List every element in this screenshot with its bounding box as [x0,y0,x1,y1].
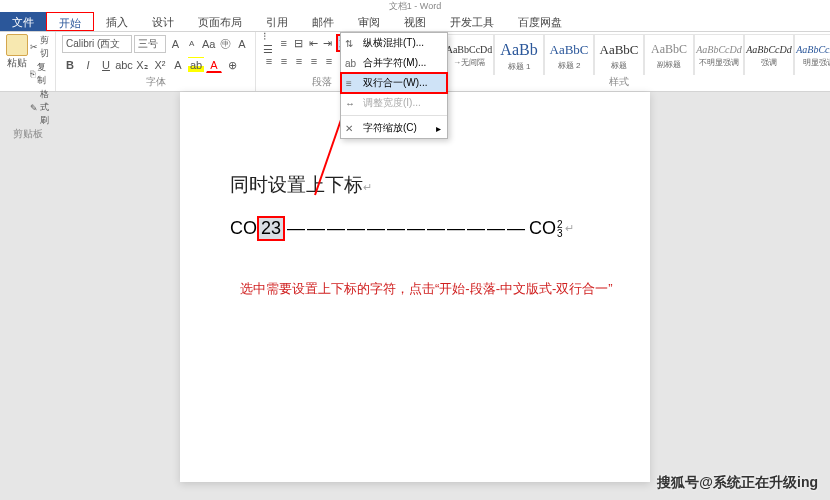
align-center-button[interactable]: ≡ [277,53,291,69]
change-case-button[interactable]: Aa [201,36,216,52]
watermark: 搜狐号@系统正在升级ing [657,474,818,492]
paste-button[interactable]: 粘贴 [6,34,28,127]
text-subscript: 3 [557,229,563,238]
ribbon-tabs: 文件 开始 插入 设计 页面布局 引用 邮件 审阅 视图 开发工具 百度网盘 [0,12,830,32]
font-color-button[interactable]: A [206,57,222,73]
menu-separator [341,115,447,116]
style-item[interactable]: AaBbCcDd明显强调 [794,34,830,75]
paste-label: 粘贴 [7,56,27,70]
style-item[interactable]: AaBb标题 1 [494,34,544,75]
copy-icon: ⎘ [30,69,35,79]
tab-baidu[interactable]: 百度网盘 [506,12,574,31]
app-title: 文档1 - Word [389,0,441,13]
strike-button[interactable]: abc [116,57,132,73]
shrink-font-button[interactable]: A [185,36,199,52]
text-dashes: ———————————— [287,218,527,239]
clear-format-button[interactable]: A [235,36,249,52]
tab-view[interactable]: 视图 [392,12,438,31]
numbering-button[interactable]: ≡ [277,35,291,51]
width-icon: ↔ [345,98,357,109]
menu-hv-combine[interactable]: ⇅纵横混排(T)... [341,33,447,53]
tab-review[interactable]: 审阅 [346,12,392,31]
pilcrow-icon: ↵ [565,222,574,235]
group-font: Calibri (西文 三号 A A Aa ㊥ A B I U abc X₂ X… [56,32,256,91]
clipboard-group-label: 剪贴板 [6,127,49,141]
font-group-label: 字体 [62,75,249,89]
group-styles: AaBbCcDd→正文AaBbCcDd→无间隔AaBb标题 1AaBbC标题 2… [388,32,830,91]
asian-layout-dropdown: ⇅纵横混排(T)... ab合并字符(M)... ≡双行合一(W)... ↔调整… [340,32,448,139]
combine-icon: ab [345,58,357,69]
text-effects-button[interactable]: A [170,57,186,73]
tab-design[interactable]: 设计 [140,12,186,31]
text-co2: CO [529,218,556,239]
align-right-button[interactable]: ≡ [292,53,306,69]
bold-button[interactable]: B [62,57,78,73]
menu-two-lines[interactable]: ≡双行合一(W)... [340,72,448,94]
doc-body-line: CO 23 ———————————— CO 2 3 ↵ [230,216,600,241]
align-distribute-button[interactable]: ≡ [322,53,336,69]
highlight-button[interactable]: ab [188,57,204,73]
italic-button[interactable]: I [80,57,96,73]
tab-insert[interactable]: 插入 [94,12,140,31]
text-co1: CO [230,218,257,239]
scissors-icon: ✂ [30,42,38,52]
style-item[interactable]: AaBbCcDd→无间隔 [444,34,494,75]
phonetic-button[interactable]: ㊥ [218,36,232,52]
tab-layout[interactable]: 页面布局 [186,12,254,31]
hv-icon: ⇅ [345,38,357,49]
tab-mailings[interactable]: 邮件 [300,12,346,31]
paste-icon [6,34,28,56]
align-justify-button[interactable]: ≡ [307,53,321,69]
indent-inc-button[interactable]: ⇥ [321,35,335,51]
tab-home[interactable]: 开始 [46,12,94,31]
tab-file[interactable]: 文件 [0,12,46,31]
brush-icon: ✎ [30,103,38,113]
instruction-text: 选中需要设置上下标的字符，点击“开始-段落-中文版式-双行合一” [240,280,613,298]
enclose-button[interactable]: ⊕ [224,57,240,73]
style-gallery[interactable]: AaBbCcDd→正文AaBbCcDd→无间隔AaBb标题 1AaBbC标题 2… [394,34,830,75]
title-bar: 文档1 - Word [0,0,830,12]
scale-icon: ✕ [345,123,357,134]
two-lines-icon: ≡ [346,78,358,89]
styles-group-label: 样式 [394,75,830,89]
grow-font-button[interactable]: A [168,36,182,52]
tab-references[interactable]: 引用 [254,12,300,31]
style-item[interactable]: AaBbC标题 [594,34,644,75]
style-item[interactable]: AaBbCcDd不明显强调 [694,34,744,75]
multilevel-button[interactable]: ⊟ [292,35,306,51]
submenu-arrow-icon: ▸ [436,123,441,134]
bullets-button[interactable]: ⁝☰ [262,35,276,51]
doc-heading: 同时设置上下标↵ [230,172,600,198]
group-clipboard: 粘贴 ✂剪切 ⎘复制 ✎格式刷 剪贴板 [0,32,56,91]
superscript-button[interactable]: X² [152,57,168,73]
style-item[interactable]: AaBbCcDd强调 [744,34,794,75]
copy-button[interactable]: ⎘复制 [30,61,49,87]
style-item[interactable]: AaBbC副标题 [644,34,694,75]
font-name-combo[interactable]: Calibri (西文 [62,35,132,53]
subscript-button[interactable]: X₂ [134,57,150,73]
menu-char-scale[interactable]: ✕字符缩放(C)▸ [341,118,447,138]
style-item[interactable]: AaBbC标题 2 [544,34,594,75]
cut-button[interactable]: ✂剪切 [30,34,49,60]
underline-button[interactable]: U [98,57,114,73]
selected-text[interactable]: 23 [257,216,285,241]
align-left-button[interactable]: ≡ [262,53,276,69]
menu-combine-chars[interactable]: ab合并字符(M)... [341,53,447,73]
painter-button[interactable]: ✎格式刷 [30,88,49,127]
indent-dec-button[interactable]: ⇤ [306,35,320,51]
menu-adjust-width: ↔调整宽度(I)... [341,93,447,113]
font-size-combo[interactable]: 三号 [134,35,167,53]
tab-developer[interactable]: 开发工具 [438,12,506,31]
